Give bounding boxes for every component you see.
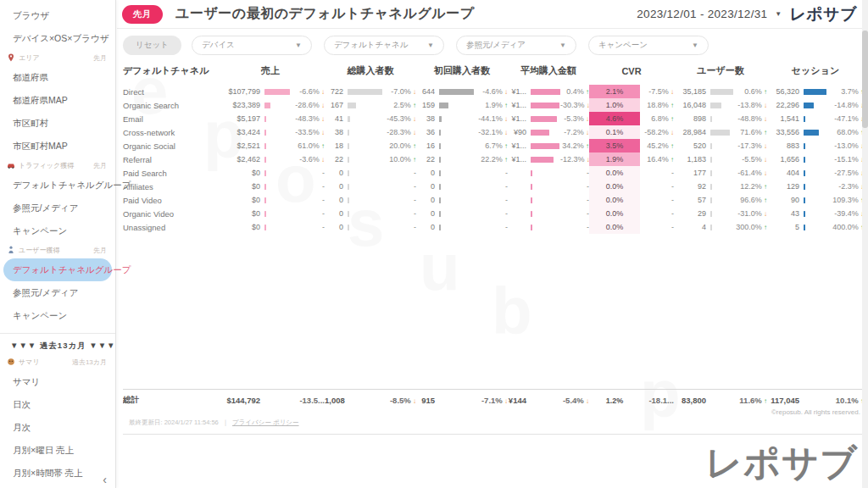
filter-dropdown[interactable]: デフォルトチャネル▼: [324, 36, 444, 55]
change-percent: -: [291, 196, 325, 204]
date-range-picker[interactable]: 2023/12/01 - 2023/12/31: [637, 8, 767, 20]
sidebar-item[interactable]: 市区町村MAP: [0, 135, 115, 158]
metric-bar: [708, 89, 733, 95]
channel-name: Direct: [123, 87, 216, 97]
filter-dropdown[interactable]: デバイス▼: [192, 36, 312, 55]
metric-value: $0: [216, 196, 262, 204]
sidebar-item[interactable]: 市区町村: [0, 112, 115, 135]
sidebar-item[interactable]: デバイス×OS×ブラウザ: [0, 27, 115, 50]
metric-value: 57: [674, 196, 708, 204]
change-percent: -: [291, 209, 325, 218]
sidebar-item[interactable]: 月次: [0, 416, 115, 439]
sidebar-item[interactable]: 都道府県: [0, 66, 115, 89]
sidebar-item[interactable]: 日次: [0, 393, 115, 416]
bar-fill: [264, 89, 290, 95]
total-value: 1,008: [325, 396, 345, 405]
sidebar-collapse-icon[interactable]: ‹: [103, 473, 107, 486]
sidebar-item[interactable]: キャンペーン: [0, 219, 115, 242]
sidebar-section-label: エリア: [19, 53, 40, 63]
car-icon: [7, 161, 15, 171]
change-percent: -47.1% ↓: [826, 114, 864, 123]
sidebar-item[interactable]: 月別×時間帯 売上: [0, 462, 115, 485]
channel-table: デフォルトチャネル売上総購入者数初回購入者数平均購入金額CVRユーザー数セッショ…: [117, 60, 862, 435]
sidebar-item-selected[interactable]: デフォルトチャネルグループ: [3, 258, 112, 281]
reset-button[interactable]: リセット: [123, 36, 181, 55]
column-header: CVR: [589, 66, 674, 76]
metric-value: 5: [767, 223, 801, 231]
metric-value: 520: [674, 141, 708, 150]
privacy-policy-link[interactable]: プライバシー ポリシー: [232, 419, 299, 426]
metric-value: 883: [767, 141, 801, 150]
channel-name: Referral: [123, 155, 216, 164]
chevron-down-icon[interactable]: ▼: [775, 10, 782, 18]
metric-value: ¥90: [508, 128, 528, 136]
change-percent: -: [640, 169, 674, 177]
table-row: Paid Search$0-0-0--0.0%-177-61.4% ↓404-2…: [123, 166, 862, 180]
filter-dropdown-label: デフォルトチャネル: [334, 40, 409, 51]
metric-value: 16,048: [674, 101, 708, 109]
bar-fill: [531, 116, 557, 122]
metric-value: $2,462: [216, 155, 262, 164]
change-percent: -13.5...: [291, 396, 325, 405]
metric-value: 0: [416, 196, 437, 204]
bar-fill: [264, 116, 266, 122]
bar-fill: [804, 143, 805, 149]
bar-fill: [264, 197, 266, 203]
scrollbar-thumb[interactable]: [862, 30, 868, 128]
table-row: Paid Video$0-0-0--0.0%-5796.6% ↑90109.3%…: [123, 193, 862, 207]
sidebar-section-label: ユーザー獲得: [19, 246, 59, 255]
metric-bar: [262, 157, 291, 163]
sidebar-item[interactable]: 参照元/メディア: [0, 281, 115, 304]
metric-value: $3,424: [216, 128, 262, 136]
summary-icon: [7, 358, 15, 368]
change-percent: -15.1% ↓: [826, 155, 864, 164]
bar-fill: [531, 211, 532, 217]
change-percent: -31.0% ↓: [733, 209, 767, 218]
change-percent: -13.0% ↓: [826, 141, 864, 150]
sidebar-item[interactable]: 都道府県MAP: [0, 89, 115, 112]
sidebar-section-header: ユーザー獲得先月: [0, 242, 115, 258]
metric-bar: [345, 211, 382, 217]
metric-value: ¥1...: [508, 114, 528, 123]
change-percent: -5.5% ↓: [733, 155, 767, 164]
sidebar-section-header: サマリ過去13カ月: [0, 354, 115, 370]
sidebar-item[interactable]: 参照元/メディア: [0, 197, 115, 219]
change-percent: -30.3% ↓: [560, 101, 589, 109]
bar-fill: [804, 170, 805, 176]
channel-name: Organic Search: [123, 101, 216, 110]
cvr-heatmap-cell: 2.1%: [589, 85, 640, 98]
metric-bar: [708, 157, 733, 163]
sidebar-section-period-tag: 先月: [93, 161, 107, 170]
sidebar-item[interactable]: 月別×曜日 売上: [0, 439, 115, 462]
filter-dropdown[interactable]: キャンペーン▼: [588, 36, 709, 55]
sidebar-item[interactable]: キャンペーン: [0, 304, 115, 327]
metric-value: $0: [216, 169, 262, 177]
sidebar-item[interactable]: ブラウザ: [0, 4, 115, 27]
change-percent: 109.3% ↑: [826, 196, 864, 204]
bar-fill: [439, 143, 441, 149]
bar-fill: [264, 103, 270, 108]
change-percent: 6.8% ↑: [640, 114, 674, 123]
bar-fill: [348, 184, 349, 190]
metric-bar: [345, 225, 382, 230]
metric-value: 1,541: [767, 114, 801, 123]
chevron-down-icon: ▼: [427, 42, 434, 49]
filter-dropdown[interactable]: 参照元/メディア▼: [456, 36, 576, 55]
channel-name: Organic Video: [123, 209, 216, 219]
bar-fill: [710, 143, 712, 149]
change-percent: -44.1% ↓: [474, 114, 508, 123]
bar-fill: [439, 157, 441, 163]
vertical-scrollbar[interactable]: [862, 0, 868, 488]
bar-fill: [531, 184, 532, 190]
bar-fill: [804, 157, 805, 163]
metric-bar: [708, 103, 733, 108]
metric-bar: [801, 130, 826, 136]
bar-fill: [439, 211, 441, 217]
sidebar-item[interactable]: サマリ: [0, 370, 115, 393]
sidebar-item[interactable]: デフォルトチャネルグループ: [0, 174, 115, 197]
metric-value: 90: [767, 196, 801, 204]
metric-bar: [708, 170, 733, 176]
metric-value: ¥1...: [508, 101, 528, 109]
metric-bar: [708, 143, 733, 149]
sidebar-divider: ▼▼▼ 過去13カ月 ▼▼▼: [0, 333, 115, 354]
